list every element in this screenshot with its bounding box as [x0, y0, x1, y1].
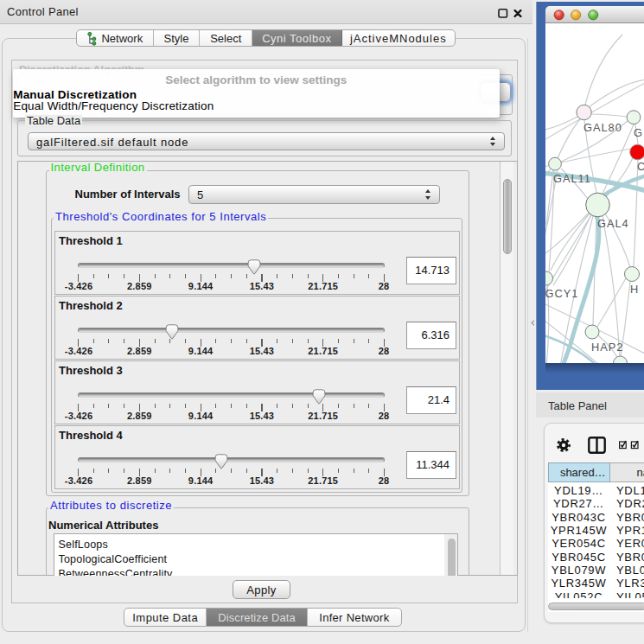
svg-text:C: C	[637, 160, 644, 173]
svg-text:GCY1: GCY1	[545, 287, 578, 300]
svg-text:GAL4: GAL4	[597, 217, 629, 230]
svg-text:HAP2: HAP2	[591, 341, 623, 354]
svg-text:GAL11: GAL11	[553, 172, 591, 185]
svg-text:G.: G.	[634, 126, 644, 139]
svg-text:H: H	[630, 283, 639, 296]
svg-text:GAL80: GAL80	[583, 121, 622, 134]
